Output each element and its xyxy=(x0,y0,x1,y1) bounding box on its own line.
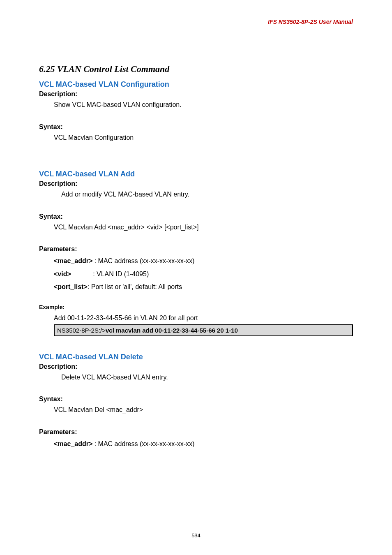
cmd2-title: VCL MAC-based VLAN Add xyxy=(39,170,353,178)
cmd3-param-mac-addr: <mac_addr> : MAC address (xx-xx-xx-xx-xx… xyxy=(54,437,353,450)
code-prefix: NS3502-8P-2S:/> xyxy=(57,327,106,334)
cmd2-syntax-text: VCL Macvlan Add <mac_addr> <vid> [<port_… xyxy=(54,222,353,233)
cmd1-syntax-text: VCL Macvlan Configuration xyxy=(54,132,353,143)
cmd2-example-text: Add 00-11-22-33-44-55-66 in VLAN 20 for … xyxy=(54,313,353,324)
cmd3-params-label: Parameters: xyxy=(39,428,353,436)
cmd2-example-label: Example: xyxy=(39,304,353,310)
cmd2-code-box: NS3502-8P-2S:/>vcl macvlan add 00-11-22-… xyxy=(54,324,353,336)
running-header: IFS NS3502-8P-2S User Manual xyxy=(268,18,353,25)
cmd3-syntax-text: VCL Macvlan Del <mac_addr> xyxy=(54,405,353,415)
param-mac-addr: <mac_addr> : MAC address (xx-xx-xx-xx-xx… xyxy=(54,254,353,267)
cmd2-syntax-label: Syntax: xyxy=(39,213,353,220)
code-command: vcl macvlan add 00-11-22-33-44-55-66 20 … xyxy=(106,327,238,334)
cmd2-desc-label: Description: xyxy=(39,180,353,187)
cmd3-desc-text: Delete VCL MAC-based VLAN entry. xyxy=(61,372,353,383)
cmd1-syntax-label: Syntax: xyxy=(39,123,353,131)
cmd2-desc-text: Add or modify VCL MAC-based VLAN entry. xyxy=(61,189,353,200)
param-port-list: <port_list>: Port list or 'all', default… xyxy=(54,280,353,293)
page-number: 534 xyxy=(0,532,392,539)
cmd1-desc-label: Description: xyxy=(39,90,353,98)
cmd1-title: VCL MAC-based VLAN Configuration xyxy=(39,80,353,89)
cmd1-desc-text: Show VCL MAC-based VLAN configuration. xyxy=(54,99,353,110)
cmd3-syntax-label: Syntax: xyxy=(39,395,353,403)
cmd3-desc-label: Description: xyxy=(39,363,353,370)
param-vid: <vid> : VLAN ID (1-4095) xyxy=(54,268,353,280)
section-title: 6.25 VLAN Control List Command xyxy=(39,64,353,74)
cmd3-title: VCL MAC-based VLAN Delete xyxy=(39,353,353,361)
cmd2-params-label: Parameters: xyxy=(39,245,353,253)
